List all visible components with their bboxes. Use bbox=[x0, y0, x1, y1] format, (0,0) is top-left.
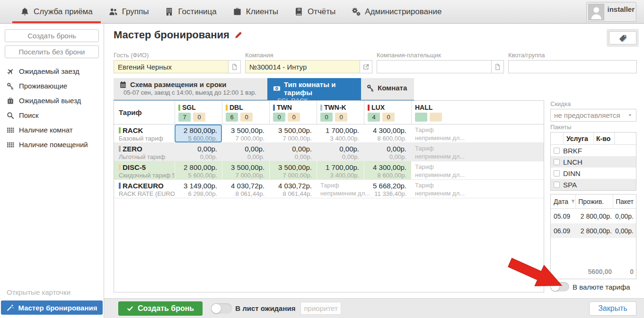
page-title: Мастер бронирования bbox=[114, 29, 243, 41]
rate-code: RACKEURO bbox=[123, 182, 164, 190]
price-total: 3 400,00р. bbox=[317, 135, 359, 142]
rate-price-cell[interactable]: 5 668,20р.11 336,40р. bbox=[364, 180, 411, 198]
field-input[interactable] bbox=[508, 60, 637, 73]
sidebar-button[interactable]: Создать бронь bbox=[5, 29, 99, 42]
rate-price-cell[interactable]: 0,00р.0,00р. bbox=[269, 143, 317, 161]
sidebar-item[interactable]: Ожидаемый заезд bbox=[0, 64, 104, 79]
package-row[interactable]: LNCH bbox=[551, 156, 636, 168]
document-button[interactable] bbox=[492, 60, 504, 73]
sidebar-item[interactable]: Проживающие bbox=[0, 79, 104, 93]
nav-item[interactable]: Служба приёма bbox=[12, 0, 101, 23]
rate-price-cell[interactable]: 2 800,00р.5 600,00р. bbox=[175, 161, 222, 179]
rate-name-cell[interactable]: DISC-5Скидочный тариф 5% bbox=[114, 161, 175, 179]
rate-price-cell[interactable]: 3 500,00р.7 000,00р. bbox=[222, 161, 269, 179]
close-button[interactable]: Закрыть bbox=[589, 301, 636, 316]
available-count-badge: 4 bbox=[368, 113, 380, 122]
rate-price-cell[interactable]: 3 500,00р.7 000,00р. bbox=[269, 161, 317, 179]
package-checkbox[interactable] bbox=[554, 182, 560, 188]
occupied-count-badge: 0 bbox=[382, 113, 395, 122]
nav-item[interactable]: Клиенты bbox=[225, 0, 286, 23]
rate-name-cell[interactable]: ZEROЛьготный тариф bbox=[114, 143, 175, 161]
price-per-night: 0,00р. bbox=[222, 145, 265, 153]
sidebar-item[interactable]: Наличие комнат bbox=[0, 123, 104, 137]
sidebar-item[interactable]: Поиск bbox=[0, 108, 104, 123]
sidebar-item[interactable]: Ожидаемый выезд bbox=[0, 93, 104, 108]
na-line1: Тариф bbox=[415, 182, 457, 190]
rate-table-header: ТарифSGL70DBL60TWN00TWN-K00LUX40HALL bbox=[114, 101, 544, 124]
package-checkbox[interactable] bbox=[554, 148, 560, 154]
rate-price-cell[interactable]: 1 700,00р.3 400,00р. bbox=[317, 161, 364, 179]
rate-not-applicable-cell: Тарифнеприменим дл... bbox=[411, 161, 459, 179]
edit-pencil-icon[interactable] bbox=[234, 31, 243, 39]
discount-select[interactable]: не предоставляется bbox=[550, 109, 636, 122]
package-row[interactable]: BRKF bbox=[551, 145, 636, 156]
available-count-badge: 6 bbox=[226, 113, 238, 122]
rate-row: ZEROЛьготный тариф0,00р.0,00р.0,00р.0,00… bbox=[114, 143, 544, 161]
field-input[interactable] bbox=[114, 60, 229, 73]
external-link-button[interactable] bbox=[360, 60, 372, 73]
rate-table-corner: Тариф bbox=[114, 101, 175, 124]
tags-button[interactable] bbox=[609, 31, 636, 44]
room-type-color-bar bbox=[320, 105, 322, 111]
room-type-header: TWN-K00 bbox=[317, 101, 364, 124]
price-per-night: 3 500,00р. bbox=[222, 163, 265, 171]
rate-price-cell[interactable]: 1 700,00р.3 400,00р. bbox=[317, 124, 364, 142]
bell-icon bbox=[20, 7, 29, 16]
tab-rates[interactable]: Тип комнаты и тарифыSGL RACK bbox=[267, 78, 361, 100]
price-total: 8 600,00р. bbox=[364, 172, 406, 179]
nav-items: Служба приёмаГруппыГостиницаКлиентыОтчёт… bbox=[0, 0, 644, 23]
nav-item[interactable]: Администрирование bbox=[344, 0, 450, 23]
package-checkbox[interactable] bbox=[554, 170, 560, 177]
sidebar-item-label: Ожидаемый выезд bbox=[19, 97, 81, 105]
package-service-label: LNCH bbox=[563, 158, 582, 166]
filter-icon[interactable] bbox=[571, 199, 575, 204]
open-card-booking-wizard[interactable]: Мастер бронирования bbox=[1, 300, 103, 315]
occupied-count-badge bbox=[430, 113, 442, 122]
rate-price-cell[interactable]: 4 030,72р.8 061,44р. bbox=[269, 180, 317, 198]
external-link-icon bbox=[362, 63, 370, 71]
rate-price-cell[interactable]: 0,00р.0,00р. bbox=[222, 143, 269, 161]
currency-toggle[interactable] bbox=[550, 282, 569, 292]
document-button[interactable] bbox=[229, 60, 241, 73]
sidebar-button[interactable]: Поселить без брони bbox=[5, 45, 99, 58]
field-input[interactable] bbox=[245, 60, 360, 73]
package-row[interactable]: DINN bbox=[551, 168, 636, 179]
waitlist-toggle[interactable] bbox=[211, 303, 232, 314]
tab-scheme[interactable]: Схема размещения и сроки05-07 сен, заезд… bbox=[114, 78, 267, 100]
sidebar-item[interactable]: Наличие помещений bbox=[0, 137, 104, 152]
price-per-night: 3 500,00р. bbox=[269, 126, 312, 134]
room-type-code: DBL bbox=[229, 104, 243, 111]
rate-price-cell[interactable]: 0,00р.0,00р. bbox=[364, 143, 411, 161]
packages-checkbox-column bbox=[551, 132, 563, 144]
rate-price-cell[interactable]: 0,00р.0,00р. bbox=[317, 143, 364, 161]
package-checkbox[interactable] bbox=[554, 159, 560, 165]
rate-price-cell[interactable]: 3 500,00р.7 000,00р. bbox=[222, 124, 269, 142]
create-booking-button[interactable]: Создать бронь bbox=[118, 301, 203, 316]
nav-item[interactable]: Гостиница bbox=[157, 0, 224, 23]
suitcase-icon bbox=[7, 97, 14, 105]
nav-item-label: Отчёты bbox=[308, 7, 335, 17]
packages-service-header: Услуга bbox=[563, 132, 593, 144]
package-row[interactable]: SPA bbox=[551, 179, 636, 190]
field-input[interactable] bbox=[377, 60, 492, 73]
rate-price-cell[interactable]: 4 300,00р.8 600,00р. bbox=[364, 161, 411, 179]
package-service-label: DINN bbox=[563, 169, 581, 177]
rate-price-cell[interactable]: 4 300,00р.8 600,00р. bbox=[364, 124, 411, 142]
rate-name-cell[interactable]: RACKБазовый тариф bbox=[114, 124, 175, 142]
waitlist-label: В лист ожидания bbox=[235, 304, 295, 312]
rate-price-cell[interactable]: 0,00р.0,00р. bbox=[175, 143, 222, 161]
user-menu[interactable]: installer bbox=[586, 2, 636, 22]
nav-item[interactable]: Отчёты bbox=[286, 0, 344, 23]
price-per-night: 4 030,72р. bbox=[222, 182, 265, 190]
price-per-night: 1 700,00р. bbox=[317, 163, 359, 171]
room-type-header: HALL bbox=[411, 101, 459, 124]
rate-name-cell[interactable]: RACKEURORACK RATE (EURO) bbox=[114, 180, 175, 198]
rate-price-cell-selected[interactable]: 2 800,00р.5 600,00р. bbox=[175, 124, 222, 142]
nav-item[interactable]: Группы bbox=[101, 0, 157, 23]
tab-room[interactable]: Комната bbox=[361, 78, 414, 100]
rate-price-cell[interactable]: 3 149,00р.6 298,00р. bbox=[175, 180, 222, 198]
field-label: Гость (ФИО) bbox=[114, 52, 241, 59]
booking-app: Служба приёмаГруппыГостиницаКлиентыОтчёт… bbox=[0, 0, 644, 318]
rate-price-cell[interactable]: 3 500,00р.7 000,00р. bbox=[269, 124, 317, 142]
rate-price-cell[interactable]: 4 030,72р.8 061,44р. bbox=[222, 180, 269, 198]
